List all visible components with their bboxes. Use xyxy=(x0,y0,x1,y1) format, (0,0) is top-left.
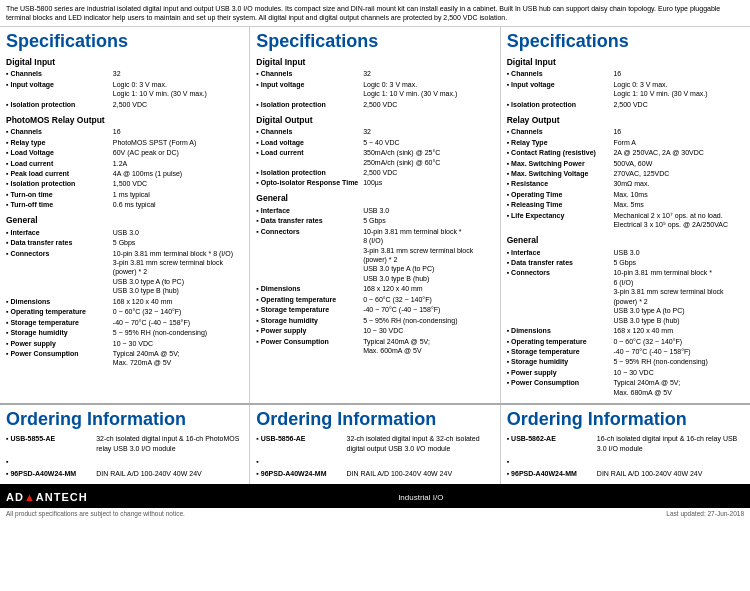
spec-label: Channels xyxy=(6,69,113,79)
advantech-logo: AD▲ANTECH xyxy=(6,491,88,503)
list-item: 96PSD-A40W24-MMDIN RAIL A/D 100-240V 40W… xyxy=(256,468,493,479)
spec-value: 16 xyxy=(113,127,244,137)
table-row: Isolation protection2,500 VDC xyxy=(507,99,744,109)
spec-label: Operating temperature xyxy=(256,294,363,304)
table-row: Max. Switching Voltage270VAC, 125VDC xyxy=(507,168,744,178)
spec-table-1-0: Channels32Input voltageLogic 0: 3 V max.… xyxy=(256,69,493,110)
spec-table-2-2: InterfaceUSB 3.0Data transfer rates5 Gbp… xyxy=(507,247,744,398)
spec-table-1-2: InterfaceUSB 3.0Data transfer rates5 Gbp… xyxy=(256,205,493,356)
order-table-1: USB-5856-AE32-ch isolated digital input … xyxy=(256,433,493,479)
table-row: Operating temperature0 ~ 60°C (32 ~ 140°… xyxy=(6,307,243,317)
spec-value: 32 xyxy=(113,69,244,79)
table-row: Dimensions168 x 120 x 40 mm xyxy=(507,326,744,336)
spec-value: Logic 0: 3 V max. Logic 1: 10 V min. (30… xyxy=(613,79,744,99)
table-row: Max. Switching Power500VA, 60W xyxy=(507,158,744,168)
spec-label: Operating temperature xyxy=(6,307,113,317)
order-col-0: Ordering InformationUSB-5855-AE32-ch iso… xyxy=(0,405,250,485)
table-row: Storage humidity5 ~ 95% RH (non-condensi… xyxy=(6,328,243,338)
spec-value: 2,500 VDC xyxy=(363,99,494,109)
spec-value: 168 x 120 x 40 mm xyxy=(613,326,744,336)
table-row: Resistance30mΩ max. xyxy=(507,179,744,189)
spec-label: Channels xyxy=(507,69,614,79)
list-item: USB-5856-AE32-ch isolated digital input … xyxy=(256,433,493,454)
table-row: Power ConsumptionTypical 240mA @ 5V; Max… xyxy=(6,348,243,368)
col-0: SpecificationsDigital InputChannels32Inp… xyxy=(0,27,250,402)
spec-value: 0 ~ 60°C (32 ~ 140°F) xyxy=(113,307,244,317)
spec-label: Channels xyxy=(256,127,363,137)
table-row: Peak load current4A @ 100ms (1 pulse) xyxy=(6,168,243,178)
table-row: Operating temperature0 ~ 60°C (32 ~ 140°… xyxy=(507,336,744,346)
table-row: Turn-off time0.6 ms typical xyxy=(6,200,243,210)
section-title-1-0: Digital Input xyxy=(256,57,493,67)
spec-value: Typical 240mA @ 5V; Max. 600mA @ 5V xyxy=(363,336,494,356)
spec-value: 5 Gbps xyxy=(363,216,494,226)
table-row: Input voltageLogic 0: 3 V max. Logic 1: … xyxy=(6,79,243,99)
spec-value: 2,500 VDC xyxy=(363,167,494,177)
spec-label: Data transfer rates xyxy=(507,258,614,268)
table-row: Isolation protection2,500 VDC xyxy=(6,99,243,109)
table-row: Connectors10-pin 3.81 mm terminal block … xyxy=(507,268,744,326)
table-row: Power supply10 ~ 30 VDC xyxy=(6,338,243,348)
spec-value: 16 xyxy=(613,69,744,79)
list-item: 96PSD-A40W24-MMDIN RAIL A/D 100-240V 40W… xyxy=(6,468,243,479)
spacer-row xyxy=(256,454,493,467)
order-table-2: USB-5862-AE16-ch isolated digital input … xyxy=(507,433,744,479)
table-row: Storage temperature-40 ~ 70°C (-40 ~ 158… xyxy=(6,317,243,327)
order-model: USB-5855-AE xyxy=(6,433,96,454)
table-row: Releasing TimeMax. 5ms xyxy=(507,200,744,210)
spec-value: 32 xyxy=(363,69,494,79)
section-title-0-1: PhotoMOS Relay Output xyxy=(6,115,243,125)
spec-label: Operating temperature xyxy=(507,336,614,346)
spec-label: Turn-off time xyxy=(6,200,113,210)
spec-value: Form A xyxy=(613,137,744,147)
spec-label: Isolation protection xyxy=(507,99,614,109)
table-row: Channels16 xyxy=(507,69,744,79)
order-title-1: Ordering Information xyxy=(256,410,493,430)
spec-label: Max. Switching Voltage xyxy=(507,168,614,178)
table-row: Relay typePhotoMOS SPST (Form A) xyxy=(6,137,243,147)
spec-value: 2,500 VDC xyxy=(113,99,244,109)
spec-label: Isolation protection xyxy=(6,179,113,189)
spec-value: 168 x 120 x 40 mm xyxy=(363,284,494,294)
spec-value: Logic 0: 3 V max. Logic 1: 10 V min. (30… xyxy=(113,79,244,99)
section-title-2-2: General xyxy=(507,235,744,245)
spec-label: Input voltage xyxy=(6,79,113,99)
table-row: Isolation protection1,500 VDC xyxy=(6,179,243,189)
table-row: InterfaceUSB 3.0 xyxy=(6,227,243,237)
spec-value: 2A @ 250VAC, 2A @ 30VDC xyxy=(613,148,744,158)
order-title-0: Ordering Information xyxy=(6,410,243,430)
table-row: InterfaceUSB 3.0 xyxy=(507,247,744,257)
order-desc: 32-ch isolated digital input & 32-ch iso… xyxy=(347,433,494,454)
list-item: 96PSD-A40W24-MMDIN RAIL A/D 100-240V 40W… xyxy=(507,468,744,479)
table-row: Operating TimeMax. 10ms xyxy=(507,189,744,199)
spec-label: Interface xyxy=(256,205,363,215)
table-row: Channels16 xyxy=(507,127,744,137)
spec-value: 500VA, 60W xyxy=(613,158,744,168)
spec-value: 4A @ 100ms (1 pulse) xyxy=(113,168,244,178)
order-col-1: Ordering InformationUSB-5856-AE32-ch iso… xyxy=(250,405,500,485)
spec-label: Channels xyxy=(256,69,363,79)
spec-value: 10-pin 3.81 mm terminal block * 6 (I/O) … xyxy=(613,268,744,326)
spec-value: USB 3.0 xyxy=(363,205,494,215)
spec-label: Opto-isolator Response Time xyxy=(256,178,363,188)
spec-value: 0 ~ 60°C (32 ~ 140°F) xyxy=(363,294,494,304)
spec-label: Load voltage xyxy=(256,137,363,147)
spec-value: PhotoMOS SPST (Form A) xyxy=(113,137,244,147)
spec-label: Channels xyxy=(507,127,614,137)
spacer-row xyxy=(6,454,243,467)
spec-value: 1 ms typical xyxy=(113,189,244,199)
spec-label: Connectors xyxy=(256,226,363,284)
table-row: Power ConsumptionTypical 240mA @ 5V; Max… xyxy=(507,378,744,398)
spec-table-2-1: Channels16Relay TypeForm AContact Rating… xyxy=(507,127,744,230)
table-row: Opto-isolator Response Time100µs xyxy=(256,178,493,188)
spec-value: 10-pin 3.81 mm terminal block * 8 (I/O) … xyxy=(113,248,244,296)
spec-value: USB 3.0 xyxy=(113,227,244,237)
table-row: Channels32 xyxy=(256,69,493,79)
spec-value: -40 ~ 70°C (-40 ~ 158°F) xyxy=(113,317,244,327)
spec-table-0-2: InterfaceUSB 3.0Data transfer rates5 Gbp… xyxy=(6,227,243,368)
spec-value: 5 ~ 95% RH (non-condensing) xyxy=(363,315,494,325)
spec-label: Isolation protection xyxy=(256,167,363,177)
section-title-2-1: Relay Output xyxy=(507,115,744,125)
spec-label: Power Consumption xyxy=(256,336,363,356)
table-row: Isolation protection2,500 VDC xyxy=(256,167,493,177)
